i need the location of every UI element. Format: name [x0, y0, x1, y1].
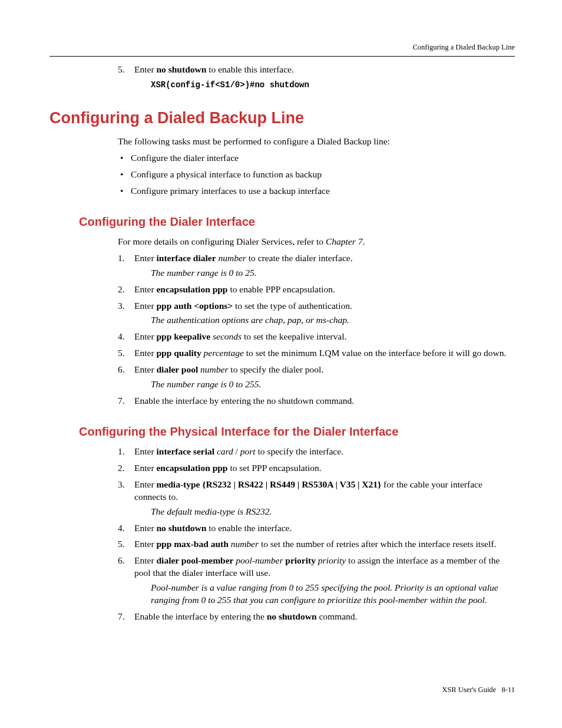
step-number: 3.: [118, 300, 131, 312]
step-item: 4.Enter ppp keepalive seconds to set the…: [118, 331, 515, 343]
step-text: Enable the interface by entering the no …: [134, 396, 354, 406]
page: Configuring a Dialed Backup Line 5. Ente…: [0, 0, 562, 728]
step-number: 4.: [118, 331, 131, 343]
heading-2-dialer: Configuring the Dialer Interface: [79, 214, 515, 230]
heading-1: Configuring a Dialed Backup Line: [49, 107, 515, 129]
step-item: 6.Enter dialer pool-member pool-number p…: [118, 555, 515, 607]
page-footer: XSR User's Guide 8-11: [442, 685, 515, 695]
intro-block: The following tasks must be performed to…: [49, 136, 515, 197]
step-item: 5.Enter ppp quality percentage to set th…: [118, 347, 515, 360]
step-text: Enable the interface by entering the no …: [134, 611, 357, 621]
step-text: Enter interface serial card / port to sp…: [134, 446, 343, 456]
step-text: Enter interface dialer number to create …: [134, 253, 353, 263]
step-note: The authentication options are chap, pap…: [151, 314, 515, 327]
step-number: 5.: [118, 347, 131, 360]
step-number: 1.: [118, 446, 131, 458]
bullet-item: Configure primary interfaces to use a ba…: [118, 185, 515, 197]
step-note: The number range is 0 to 25.: [151, 267, 515, 279]
step-number: 4.: [118, 522, 131, 535]
step-number: 2.: [118, 284, 131, 296]
step-text: Enter no shutdown to enable the interfac…: [134, 523, 292, 533]
footer-pagenum: 8-11: [502, 686, 515, 694]
footer-guide: XSR User's Guide: [442, 686, 496, 694]
step-text: Enter dialer pool number to specify the …: [134, 364, 323, 374]
step-item: 6.Enter dialer pool number to specify th…: [118, 364, 515, 391]
step-text: Enter ppp auth <options> to set the type…: [134, 301, 352, 311]
step-text: Enter ppp quality percentage to set the …: [134, 348, 506, 358]
heading-2-physical: Configuring the Physical Interface for t…: [79, 424, 515, 440]
step-text: Enter ppp keepalive seconds to set the k…: [134, 331, 346, 341]
step-text: Enter ppp max-bad auth number to set the…: [134, 539, 496, 549]
step-item: 3.Enter ppp auth <options> to set the ty…: [118, 300, 515, 327]
step-item: 2.Enter encapsulation ppp to set PPP enc…: [118, 462, 515, 475]
step-number: 7.: [118, 611, 131, 623]
step-number: 5.: [118, 64, 131, 76]
step-number: 2.: [118, 462, 131, 475]
bullet-item: Configure a physical interface to functi…: [118, 169, 515, 181]
step-item: 3.Enter media-type {RS232 | RS422 | RS44…: [118, 479, 515, 518]
step-text: Enter no shutdown to enable this interfa…: [134, 64, 294, 74]
step-item: 1.Enter interface dialer number to creat…: [118, 252, 515, 279]
sec1-steps: 1.Enter interface dialer number to creat…: [118, 252, 515, 407]
step-text: Enter encapsulation ppp to set PPP encap…: [134, 463, 322, 473]
step-item: 1.Enter interface serial card / port to …: [118, 446, 515, 458]
step-number: 1.: [118, 252, 131, 265]
step-number: 7.: [118, 395, 131, 407]
step-note: The default media-type is RS232.: [151, 506, 515, 518]
bullet-item: Configure the dialer interface: [118, 152, 515, 164]
prev-step-5: 5. Enter no shutdown to enable this inte…: [118, 64, 515, 91]
task-bullets: Configure the dialer interfaceConfigure …: [118, 152, 515, 197]
header-rule: [49, 56, 515, 57]
running-header: Configuring a Dialed Backup Line: [49, 42, 515, 52]
step-number: 3.: [118, 479, 131, 491]
section-dialer: For more details on configuring Dialer S…: [49, 236, 515, 407]
step-note: Pool-number is a value ranging from 0 to…: [151, 582, 515, 607]
step-item: 2.Enter encapsulation ppp to enable PPP …: [118, 284, 515, 296]
step-item: 5.Enter ppp max-bad auth number to set t…: [118, 538, 515, 551]
step-number: 6.: [118, 555, 131, 567]
step-number: 6.: [118, 364, 131, 376]
sec1-lead: For more details on configuring Dialer S…: [118, 236, 515, 248]
intro-text: The following tasks must be performed to…: [118, 136, 515, 148]
step-item: 4.Enter no shutdown to enable the interf…: [118, 522, 515, 535]
prev-section-continuation: 5. Enter no shutdown to enable this inte…: [49, 64, 515, 91]
step-note: The number range is 0 to 255.: [151, 378, 515, 391]
section-physical: 1.Enter interface serial card / port to …: [49, 446, 515, 623]
step-item: 7.Enable the interface by entering the n…: [118, 611, 515, 623]
step-text: Enter media-type {RS232 | RS422 | RS449 …: [134, 479, 482, 502]
step-text: Enter dialer pool-member pool-number pri…: [134, 555, 500, 578]
step-item: 7.Enable the interface by entering the n…: [118, 395, 515, 407]
step-text: Enter encapsulation ppp to enable PPP en…: [134, 284, 335, 294]
step-number: 5.: [118, 538, 131, 551]
code-line: XSR(config-if<S1/0>)#no shutdown: [151, 80, 515, 91]
sec2-steps: 1.Enter interface serial card / port to …: [118, 446, 515, 623]
